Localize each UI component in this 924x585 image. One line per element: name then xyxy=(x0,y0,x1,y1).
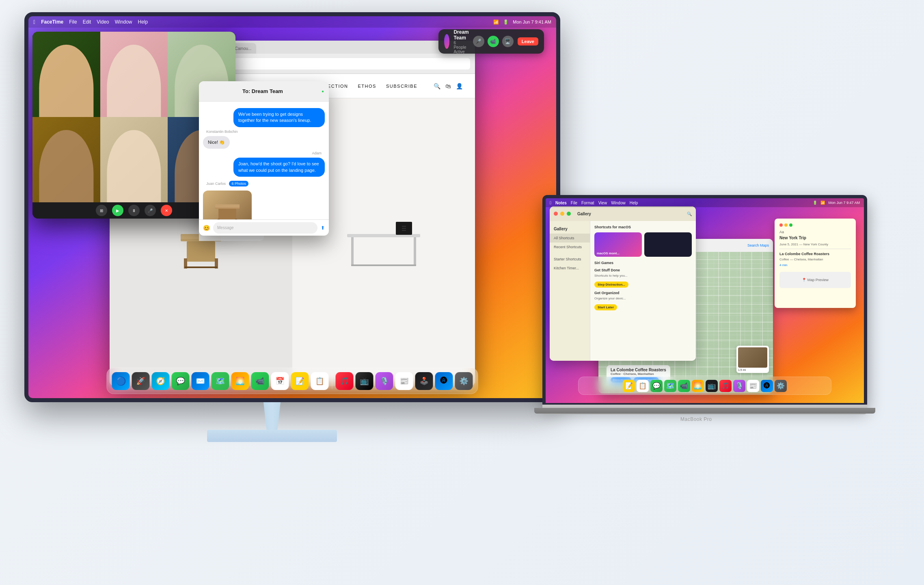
search-icon[interactable]: 🔍 xyxy=(434,83,440,89)
notif-screen-icon[interactable]: 🖥️ xyxy=(502,36,514,47)
dock-finder[interactable]: 🔵 xyxy=(112,372,130,390)
note-card-date: June 5, 2021 — New York County xyxy=(779,243,851,246)
note-map-label: 📍 Map Preview xyxy=(802,278,829,282)
macbook-menu-window[interactable]: Window xyxy=(611,201,626,205)
dock-tv[interactable]: 📺 xyxy=(356,372,373,390)
notes-sidebar-recent[interactable]: Recent Shortcuts xyxy=(550,243,590,251)
notif-leave-button[interactable]: Leave xyxy=(518,37,538,46)
notif-text: Dream Team 6 People Active xyxy=(453,29,468,54)
dock-reminders[interactable]: 📋 xyxy=(311,372,329,390)
mb-dock-maps[interactable]: 🗺️ xyxy=(664,380,676,392)
notes-sidebar-kitchen[interactable]: Kitchen Timer... xyxy=(550,264,590,273)
svg-rect-9 xyxy=(351,264,416,266)
macbook-menu-view[interactable]: View xyxy=(598,201,607,205)
note-card-close[interactable] xyxy=(779,223,783,227)
notes-sidebar-starter[interactable]: Starter Shortcuts xyxy=(550,255,590,264)
dock-podcasts[interactable]: 🎙️ xyxy=(376,372,393,390)
get-organized-btn[interactable]: Start Later xyxy=(594,304,617,310)
notes-close-btn[interactable] xyxy=(554,212,558,216)
dock-photos[interactable]: 🌅 xyxy=(231,372,249,390)
messages-emoji-btn[interactable]: 😊 xyxy=(203,225,210,231)
note-card-maximize[interactable] xyxy=(789,223,792,227)
menu-window[interactable]: Window xyxy=(115,19,132,25)
mb-dock-appstore[interactable]: 🅐 xyxy=(761,380,773,392)
notes-toolbar: Gallery 🔍 xyxy=(550,206,696,221)
maps-search-input[interactable]: Search Maps xyxy=(747,243,769,247)
messages-input[interactable]: Message xyxy=(213,222,317,234)
imac-container:  FaceTime File Edit Video Window Help 📶… xyxy=(24,12,585,467)
dock-maps[interactable]: 🗺️ xyxy=(212,372,229,390)
menu-edit[interactable]: Edit xyxy=(83,19,91,25)
dock-messages[interactable]: 💬 xyxy=(172,372,190,390)
dock-mail[interactable]: ✉️ xyxy=(192,372,209,390)
mb-dock-photos[interactable]: 🌅 xyxy=(692,380,704,392)
menu-video[interactable]: Video xyxy=(97,19,109,25)
dock-facetime[interactable]: 📹 xyxy=(251,372,269,390)
notes-maximize-btn[interactable] xyxy=(567,212,571,216)
dock-systemprefs[interactable]: ⚙️ xyxy=(455,372,473,390)
note-card-title: New York Trip xyxy=(779,236,851,240)
menu-clock: Mon Jun 7 9:41 AM xyxy=(513,20,551,24)
facetime-end-btn[interactable]: ✕ xyxy=(161,205,172,216)
dock-news[interactable]: 📰 xyxy=(395,372,413,390)
facetime-mic-btn[interactable]: ▶ xyxy=(112,205,123,216)
shortcut-card-macos[interactable]: macOS mont... xyxy=(594,232,642,257)
mb-dock-news[interactable]: 📰 xyxy=(747,380,759,392)
dock-music[interactable]: 🎵 xyxy=(336,372,354,390)
website-nav-icons: 🔍 🛍 👤 xyxy=(434,83,463,89)
nav-subscribe[interactable]: SUBSCRIBE xyxy=(386,84,417,89)
imac-display:  FaceTime File Edit Video Window Help 📶… xyxy=(24,12,560,402)
website-nav: COLLECTION ETHOS SUBSCRIBE 🔍 🛍 👤 xyxy=(313,83,463,89)
macbook-menu-format[interactable]: Format xyxy=(581,201,594,205)
get-stuff-done-title: Get Stuff Done xyxy=(594,268,692,272)
msg-image-bubble xyxy=(203,189,325,219)
nav-ethos[interactable]: ETHOS xyxy=(358,84,376,89)
dock-calendar[interactable]: 📅 xyxy=(271,372,289,390)
messages-footer: 😊 Message ⬆ xyxy=(199,219,329,236)
maps-place-type: Coffee · Chelsea, Manhattan xyxy=(611,372,666,376)
mb-dock-music[interactable]: 🎵 xyxy=(719,380,732,392)
svg-rect-12 xyxy=(402,228,406,229)
msg-text-1: We've been trying to get designs togethe… xyxy=(233,108,325,127)
macbook-menu-help[interactable]: Help xyxy=(630,201,638,205)
mb-dock-reminders[interactable]: 📋 xyxy=(637,380,649,392)
notes-minimize-btn[interactable] xyxy=(560,212,564,216)
macbook-menu-file[interactable]: File xyxy=(571,201,577,205)
svg-rect-18 xyxy=(235,219,237,219)
notif-mic-icon[interactable]: 🎤 xyxy=(473,36,484,47)
notes-search-btn[interactable]: 🔍 xyxy=(687,212,692,216)
dock-launchpad[interactable]: 🚀 xyxy=(132,372,150,390)
notif-video-icon[interactable]: 📹 xyxy=(488,36,499,47)
facetime-pause-btn[interactable]: ⏸ xyxy=(128,205,140,216)
dock-notes[interactable]: 📝 xyxy=(291,372,309,390)
get-stuff-done-sub: Shortcuts to help you... xyxy=(594,274,692,277)
imac-stand-base xyxy=(207,430,337,442)
note-card-minimize[interactable] xyxy=(784,223,788,227)
mb-dock-systemprefs[interactable]: ⚙️ xyxy=(775,380,787,392)
shortcuts-grid: macOS mont... xyxy=(594,232,692,257)
menu-help[interactable]: Help xyxy=(138,19,148,25)
mb-dock-messages[interactable]: 💬 xyxy=(650,380,663,392)
dock-appstore[interactable]: 🅐 xyxy=(435,372,453,390)
get-stuff-done-btn[interactable]: Step Distraction... xyxy=(594,282,628,288)
dock-arcade[interactable]: 🕹️ xyxy=(415,372,433,390)
mb-dock-tv[interactable]: 📺 xyxy=(706,380,718,392)
notes-sidebar-all[interactable]: All Shortcuts xyxy=(550,234,590,243)
mb-dock-notes[interactable]: 📝 xyxy=(623,380,635,392)
macbook-app-name: Notes xyxy=(555,201,567,205)
dock-safari[interactable]: 🧭 xyxy=(152,372,170,390)
get-organized-sub: Organize your devic... xyxy=(594,297,692,300)
notes-sidebar-header: Gallery xyxy=(550,224,590,234)
mb-dock-podcasts[interactable]: 🎙️ xyxy=(733,380,745,392)
facetime-mute-btn[interactable]: 🎤 xyxy=(145,205,156,216)
messages-header: To: Dream Team ● xyxy=(199,81,329,102)
facetime-grid-btn[interactable]: ⊞ xyxy=(96,205,107,216)
menu-file[interactable]: File xyxy=(69,19,77,25)
account-icon[interactable]: 👤 xyxy=(456,83,463,89)
mb-dock-facetime[interactable]: 📹 xyxy=(678,380,690,392)
shortcut-card-dark[interactable] xyxy=(644,232,692,257)
menu-app-name[interactable]: FaceTime xyxy=(41,19,63,25)
messages-send-icon[interactable]: ⬆ xyxy=(321,225,325,231)
notif-subtitle: 6 People Active xyxy=(453,41,468,54)
bag-icon[interactable]: 🛍 xyxy=(445,83,451,89)
